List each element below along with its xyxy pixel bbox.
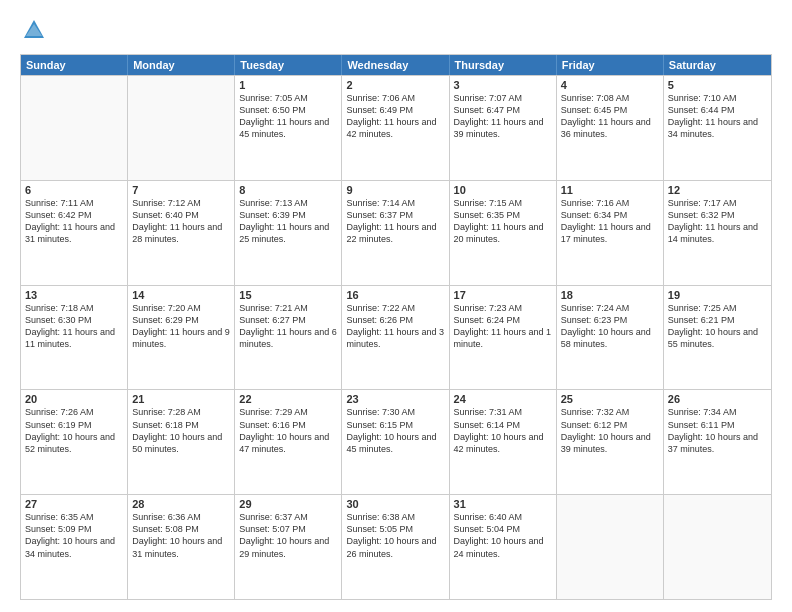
- header-cell-sunday: Sunday: [21, 55, 128, 75]
- day-number: 6: [25, 184, 123, 196]
- calendar-cell: 5Sunrise: 7:10 AM Sunset: 6:44 PM Daylig…: [664, 76, 771, 180]
- cell-info: Sunrise: 7:30 AM Sunset: 6:15 PM Dayligh…: [346, 406, 444, 455]
- calendar: SundayMondayTuesdayWednesdayThursdayFrid…: [20, 54, 772, 600]
- cell-info: Sunrise: 7:10 AM Sunset: 6:44 PM Dayligh…: [668, 92, 767, 141]
- svg-marker-1: [26, 24, 42, 36]
- day-number: 26: [668, 393, 767, 405]
- cell-info: Sunrise: 7:24 AM Sunset: 6:23 PM Dayligh…: [561, 302, 659, 351]
- header-cell-wednesday: Wednesday: [342, 55, 449, 75]
- cell-info: Sunrise: 6:40 AM Sunset: 5:04 PM Dayligh…: [454, 511, 552, 560]
- day-number: 8: [239, 184, 337, 196]
- day-number: 21: [132, 393, 230, 405]
- calendar-cell: 14Sunrise: 7:20 AM Sunset: 6:29 PM Dayli…: [128, 286, 235, 390]
- calendar-cell: 13Sunrise: 7:18 AM Sunset: 6:30 PM Dayli…: [21, 286, 128, 390]
- day-number: 22: [239, 393, 337, 405]
- cell-info: Sunrise: 7:13 AM Sunset: 6:39 PM Dayligh…: [239, 197, 337, 246]
- cell-info: Sunrise: 7:22 AM Sunset: 6:26 PM Dayligh…: [346, 302, 444, 351]
- day-number: 7: [132, 184, 230, 196]
- day-number: 20: [25, 393, 123, 405]
- calendar-cell: 22Sunrise: 7:29 AM Sunset: 6:16 PM Dayli…: [235, 390, 342, 494]
- day-number: 5: [668, 79, 767, 91]
- header-cell-saturday: Saturday: [664, 55, 771, 75]
- cell-info: Sunrise: 7:05 AM Sunset: 6:50 PM Dayligh…: [239, 92, 337, 141]
- calendar-week-2: 6Sunrise: 7:11 AM Sunset: 6:42 PM Daylig…: [21, 180, 771, 285]
- calendar-cell: 21Sunrise: 7:28 AM Sunset: 6:18 PM Dayli…: [128, 390, 235, 494]
- calendar-cell: 27Sunrise: 6:35 AM Sunset: 5:09 PM Dayli…: [21, 495, 128, 599]
- calendar-cell: 25Sunrise: 7:32 AM Sunset: 6:12 PM Dayli…: [557, 390, 664, 494]
- calendar-cell: [21, 76, 128, 180]
- calendar-week-5: 27Sunrise: 6:35 AM Sunset: 5:09 PM Dayli…: [21, 494, 771, 599]
- cell-info: Sunrise: 7:26 AM Sunset: 6:19 PM Dayligh…: [25, 406, 123, 455]
- calendar-cell: [128, 76, 235, 180]
- cell-info: Sunrise: 7:23 AM Sunset: 6:24 PM Dayligh…: [454, 302, 552, 351]
- calendar-cell: 23Sunrise: 7:30 AM Sunset: 6:15 PM Dayli…: [342, 390, 449, 494]
- calendar-cell: 17Sunrise: 7:23 AM Sunset: 6:24 PM Dayli…: [450, 286, 557, 390]
- day-number: 23: [346, 393, 444, 405]
- cell-info: Sunrise: 7:21 AM Sunset: 6:27 PM Dayligh…: [239, 302, 337, 351]
- cell-info: Sunrise: 7:32 AM Sunset: 6:12 PM Dayligh…: [561, 406, 659, 455]
- day-number: 9: [346, 184, 444, 196]
- calendar-cell: 12Sunrise: 7:17 AM Sunset: 6:32 PM Dayli…: [664, 181, 771, 285]
- logo: [20, 16, 52, 44]
- header-cell-monday: Monday: [128, 55, 235, 75]
- header-cell-friday: Friday: [557, 55, 664, 75]
- cell-info: Sunrise: 7:31 AM Sunset: 6:14 PM Dayligh…: [454, 406, 552, 455]
- day-number: 3: [454, 79, 552, 91]
- calendar-body: 1Sunrise: 7:05 AM Sunset: 6:50 PM Daylig…: [21, 75, 771, 599]
- calendar-cell: 2Sunrise: 7:06 AM Sunset: 6:49 PM Daylig…: [342, 76, 449, 180]
- day-number: 13: [25, 289, 123, 301]
- day-number: 15: [239, 289, 337, 301]
- cell-info: Sunrise: 7:07 AM Sunset: 6:47 PM Dayligh…: [454, 92, 552, 141]
- calendar-cell: 29Sunrise: 6:37 AM Sunset: 5:07 PM Dayli…: [235, 495, 342, 599]
- logo-icon: [20, 16, 48, 44]
- cell-info: Sunrise: 6:37 AM Sunset: 5:07 PM Dayligh…: [239, 511, 337, 560]
- calendar-week-1: 1Sunrise: 7:05 AM Sunset: 6:50 PM Daylig…: [21, 75, 771, 180]
- day-number: 16: [346, 289, 444, 301]
- day-number: 12: [668, 184, 767, 196]
- calendar-cell: 18Sunrise: 7:24 AM Sunset: 6:23 PM Dayli…: [557, 286, 664, 390]
- day-number: 29: [239, 498, 337, 510]
- cell-info: Sunrise: 6:38 AM Sunset: 5:05 PM Dayligh…: [346, 511, 444, 560]
- day-number: 4: [561, 79, 659, 91]
- header: [20, 16, 772, 44]
- calendar-cell: 10Sunrise: 7:15 AM Sunset: 6:35 PM Dayli…: [450, 181, 557, 285]
- header-cell-thursday: Thursday: [450, 55, 557, 75]
- day-number: 11: [561, 184, 659, 196]
- cell-info: Sunrise: 7:29 AM Sunset: 6:16 PM Dayligh…: [239, 406, 337, 455]
- day-number: 30: [346, 498, 444, 510]
- cell-info: Sunrise: 7:16 AM Sunset: 6:34 PM Dayligh…: [561, 197, 659, 246]
- cell-info: Sunrise: 7:28 AM Sunset: 6:18 PM Dayligh…: [132, 406, 230, 455]
- cell-info: Sunrise: 6:36 AM Sunset: 5:08 PM Dayligh…: [132, 511, 230, 560]
- calendar-cell: 7Sunrise: 7:12 AM Sunset: 6:40 PM Daylig…: [128, 181, 235, 285]
- day-number: 19: [668, 289, 767, 301]
- calendar-cell: 16Sunrise: 7:22 AM Sunset: 6:26 PM Dayli…: [342, 286, 449, 390]
- day-number: 10: [454, 184, 552, 196]
- day-number: 1: [239, 79, 337, 91]
- day-number: 27: [25, 498, 123, 510]
- calendar-cell: 1Sunrise: 7:05 AM Sunset: 6:50 PM Daylig…: [235, 76, 342, 180]
- day-number: 31: [454, 498, 552, 510]
- day-number: 18: [561, 289, 659, 301]
- calendar-cell: [557, 495, 664, 599]
- cell-info: Sunrise: 7:17 AM Sunset: 6:32 PM Dayligh…: [668, 197, 767, 246]
- calendar-cell: 28Sunrise: 6:36 AM Sunset: 5:08 PM Dayli…: [128, 495, 235, 599]
- day-number: 14: [132, 289, 230, 301]
- calendar-cell: 4Sunrise: 7:08 AM Sunset: 6:45 PM Daylig…: [557, 76, 664, 180]
- day-number: 24: [454, 393, 552, 405]
- day-number: 28: [132, 498, 230, 510]
- calendar-cell: [664, 495, 771, 599]
- cell-info: Sunrise: 7:14 AM Sunset: 6:37 PM Dayligh…: [346, 197, 444, 246]
- calendar-cell: 19Sunrise: 7:25 AM Sunset: 6:21 PM Dayli…: [664, 286, 771, 390]
- day-number: 25: [561, 393, 659, 405]
- calendar-cell: 24Sunrise: 7:31 AM Sunset: 6:14 PM Dayli…: [450, 390, 557, 494]
- cell-info: Sunrise: 7:20 AM Sunset: 6:29 PM Dayligh…: [132, 302, 230, 351]
- calendar-cell: 15Sunrise: 7:21 AM Sunset: 6:27 PM Dayli…: [235, 286, 342, 390]
- calendar-header: SundayMondayTuesdayWednesdayThursdayFrid…: [21, 55, 771, 75]
- calendar-cell: 8Sunrise: 7:13 AM Sunset: 6:39 PM Daylig…: [235, 181, 342, 285]
- day-number: 2: [346, 79, 444, 91]
- cell-info: Sunrise: 7:34 AM Sunset: 6:11 PM Dayligh…: [668, 406, 767, 455]
- calendar-week-3: 13Sunrise: 7:18 AM Sunset: 6:30 PM Dayli…: [21, 285, 771, 390]
- calendar-cell: 26Sunrise: 7:34 AM Sunset: 6:11 PM Dayli…: [664, 390, 771, 494]
- cell-info: Sunrise: 7:08 AM Sunset: 6:45 PM Dayligh…: [561, 92, 659, 141]
- cell-info: Sunrise: 7:18 AM Sunset: 6:30 PM Dayligh…: [25, 302, 123, 351]
